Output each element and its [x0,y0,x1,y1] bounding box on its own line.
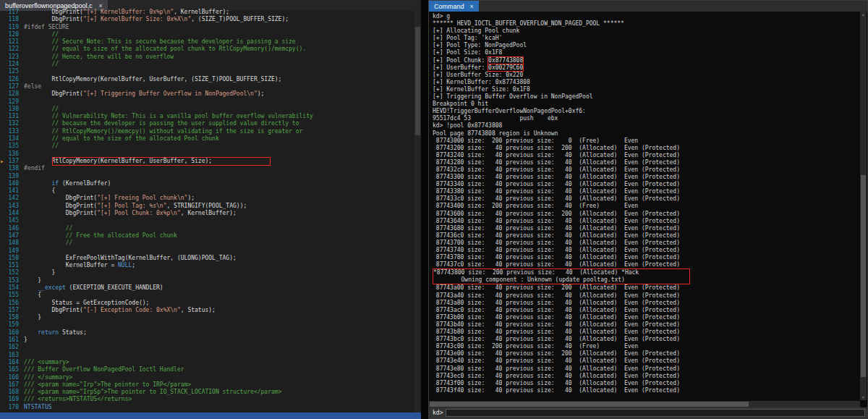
code-line[interactable]: 154 __except (EXCEPTION_EXECUTE_HANDLER) [0,284,421,292]
gutter-margin[interactable] [0,9,8,16]
gutter-margin[interactable] [0,106,8,113]
code-line[interactable]: 147 // Free the allocated Pool chunk [0,232,421,240]
code-line[interactable]: 130 // [0,106,421,113]
code-line[interactable]: 141 { [0,187,421,195]
debugger-tab-command[interactable]: Command × [429,1,479,12]
gutter-margin[interactable] [0,352,8,359]
code-line[interactable]: 120 // [0,31,421,38]
gutter-margin[interactable] [0,83,8,90]
code-line[interactable]: 167/// <param name="Irp">The pointer to … [0,381,421,389]
gutter-margin[interactable] [0,321,8,329]
code-line[interactable]: 156 Status = GetExceptionCode(); [0,300,421,307]
debugger-command-input[interactable] [446,409,865,417]
code-line[interactable]: 161} [0,337,421,344]
code-line[interactable]: 132 // because the developer is passing … [0,120,421,127]
code-line[interactable]: 127#else [0,83,421,90]
code-line[interactable]: 139 [0,173,421,180]
code-line[interactable]: 145 [0,217,421,224]
gutter-margin[interactable] [0,396,8,403]
gutter-margin[interactable] [0,337,8,344]
gutter-margin[interactable] [0,262,8,269]
gutter-margin[interactable] [0,180,8,187]
gutter-margin[interactable] [0,128,8,135]
code-line[interactable]: 126 RtlCopyMemory(KernelBuffer, UserBuff… [0,76,421,83]
gutter-margin[interactable] [0,76,8,83]
code-line[interactable]: ▶137 RtlCopyMemory(KernelBuffer, UserBuf… [0,158,421,165]
code-line[interactable]: 133 // RtlCopyMemory()/memcpy() without … [0,128,421,135]
code-line[interactable]: 144 DbgPrint("[+] Pool Chunk: 0x%p\n", K… [0,210,421,217]
gutter-margin[interactable] [0,269,8,276]
debugger-horizontal-scrollbar[interactable] [429,401,860,407]
code-line[interactable]: 170NTSTATUS [0,404,421,411]
hscrollbar-thumb[interactable] [430,402,749,407]
gutter-margin[interactable] [0,329,8,337]
code-area[interactable]: 117 DbgPrint("[+] KernelBuffer: 0x%p\n",… [0,9,421,412]
code-line[interactable]: 153 } [0,277,421,284]
tab-close-icon[interactable]: × [470,3,474,10]
code-line[interactable]: 131 // Vulnerability Note: This is a van… [0,113,421,120]
gutter-margin[interactable] [0,54,8,61]
gutter-margin[interactable] [0,61,8,68]
code-line[interactable]: 142 DbgPrint("[+] Freeing Pool chunk\n")… [0,195,421,202]
code-line[interactable]: 166/// </summary> [0,374,421,381]
tab-close-icon[interactable]: × [98,2,102,9]
debugger-vertical-scrollbar[interactable]: ▲ ▼ [860,12,867,400]
gutter-margin[interactable] [0,217,8,224]
code-line[interactable]: 169/// <returns>NTSTATUS</returns> [0,396,421,403]
vscrollbar-thumb[interactable] [861,175,866,377]
gutter-margin[interactable] [0,143,8,150]
gutter-margin[interactable] [0,374,8,381]
code-line[interactable]: 122 // equal to size of the allocated po… [0,46,421,53]
code-line[interactable]: 134 // equal to the size of the allocate… [0,135,421,143]
gutter-margin[interactable] [0,90,8,98]
gutter-margin[interactable] [0,16,8,23]
gutter-margin[interactable] [0,46,8,53]
gutter-margin[interactable] [0,24,8,31]
gutter-margin[interactable] [0,187,8,195]
editor-vertical-scrollbar[interactable] [414,11,421,412]
scroll-down-icon[interactable]: ▼ [860,394,867,400]
gutter-margin[interactable] [0,300,8,307]
gutter-margin[interactable] [0,277,8,284]
gutter-margin[interactable] [0,98,8,106]
gutter-margin[interactable] [0,195,8,202]
code-line[interactable]: 165/// Buffer Overflow NonPagedPool Ioct… [0,366,421,373]
code-line[interactable]: 117 DbgPrint("[+] KernelBuffer: 0x%p\n",… [0,9,421,16]
code-line[interactable]: 118 DbgPrint("[+] KernelBuffer Size: 0x%… [0,16,421,23]
gutter-margin[interactable] [0,225,8,232]
gutter-margin[interactable] [0,307,8,314]
code-line[interactable]: 135 // [0,143,421,150]
gutter-margin[interactable] [0,232,8,240]
code-line[interactable]: 164/// <summary> [0,359,421,366]
code-line[interactable]: 160 return Status; [0,329,421,337]
code-line[interactable]: 162 [0,344,421,351]
scroll-up-icon[interactable]: ▲ [860,12,867,17]
gutter-margin[interactable] [0,381,8,389]
gutter-margin[interactable] [0,389,8,396]
code-line[interactable]: 158 } [0,314,421,321]
gutter-margin[interactable] [0,344,8,351]
gutter-margin[interactable] [0,38,8,46]
code-line[interactable]: 138#endif [0,165,421,172]
code-line[interactable]: 128 DbgPrint("[+] Triggering Buffer Over… [0,90,421,98]
code-line[interactable]: 119#ifdef SECURE [0,24,421,31]
gutter-margin[interactable] [0,240,8,247]
code-line[interactable]: 149 [0,247,421,255]
code-line[interactable]: 123 // Hence, there will be no overflow [0,54,421,61]
code-line[interactable]: 143 DbgPrint("[+] Pool Tag: %s\n", STRIN… [0,203,421,210]
code-line[interactable]: 140 if (KernelBuffer) [0,180,421,187]
code-line[interactable]: 146 // [0,225,421,232]
code-line[interactable]: 151 KernelBuffer = NULL; [0,262,421,269]
gutter-margin[interactable] [0,165,8,172]
gutter-margin[interactable] [0,135,8,143]
code-line[interactable]: 129 [0,98,421,106]
code-line[interactable]: 125 [0,68,421,75]
gutter-margin[interactable] [0,366,8,373]
gutter-margin[interactable] [0,255,8,262]
debugger-output[interactable]: kd> g****** HEVD_IOCTL_BUFFER_OVERFLOW_N… [429,12,867,401]
code-line[interactable]: 168/// <param name="IrpSp">The pointer t… [0,389,421,396]
gutter-margin[interactable] [0,173,8,180]
editor-scrollbar-thumb[interactable] [415,27,420,135]
code-line[interactable]: 163 [0,352,421,359]
gutter-margin[interactable] [0,359,8,366]
